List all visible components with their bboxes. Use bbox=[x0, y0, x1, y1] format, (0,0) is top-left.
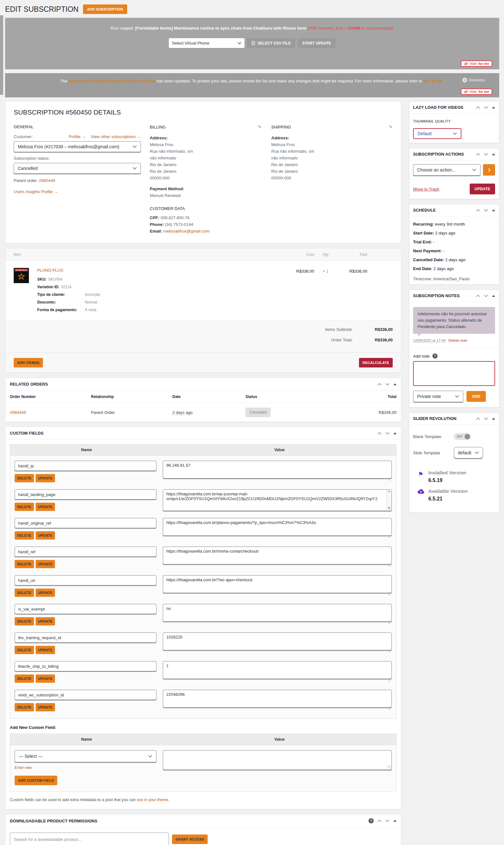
dismiss-button[interactable]: Dismiss bbox=[462, 77, 485, 83]
approved-directories-link[interactable]: Approved Product Download Directories li… bbox=[69, 78, 156, 83]
collapse-toggle-icon[interactable] bbox=[393, 820, 397, 822]
add-custom-field-button[interactable]: ADD CUSTOM FIELD bbox=[15, 776, 57, 785]
add-note-textarea[interactable] bbox=[413, 361, 495, 386]
hide-for-me-button[interactable]: Hidefor me bbox=[461, 60, 492, 67]
email-link[interactable]: melissabfros@gmail.com bbox=[163, 229, 210, 233]
add-subscription-button[interactable]: ADD SUBSCRIPTION bbox=[83, 4, 127, 14]
custom-field-value-textarea[interactable]: 1026225 bbox=[163, 633, 392, 650]
move-up-icon[interactable] bbox=[476, 209, 480, 212]
move-up-icon[interactable] bbox=[476, 106, 480, 109]
choose-action-select[interactable]: Choose an action... bbox=[413, 164, 481, 176]
collapse-toggle-icon[interactable] bbox=[492, 295, 495, 297]
note-type-select[interactable]: Private note bbox=[413, 391, 463, 402]
blank-template-toggle[interactable]: OFF bbox=[454, 433, 471, 440]
custom-field-name-input[interactable] bbox=[15, 575, 157, 585]
resize-handle[interactable] bbox=[388, 478, 391, 481]
virtual-phone-select[interactable]: Select Virtual Phone bbox=[169, 38, 245, 48]
scroll-up-icon[interactable] bbox=[388, 491, 391, 493]
recalculate-button[interactable]: RECALCULATE bbox=[359, 358, 393, 368]
custom-field-value-textarea[interactable]: 1 bbox=[163, 661, 392, 679]
customer-select[interactable]: Melissa Fros (#217039 – melissabfros@gma… bbox=[14, 141, 141, 152]
move-down-icon[interactable] bbox=[385, 820, 390, 822]
custom-field-name-input[interactable] bbox=[15, 518, 157, 528]
custom-field-name-input[interactable] bbox=[15, 661, 157, 671]
related-order-link[interactable]: #560449 bbox=[10, 410, 26, 415]
move-down-icon[interactable] bbox=[385, 432, 390, 435]
update-custom-field-button[interactable]: UPDATE bbox=[36, 646, 55, 654]
custom-field-name-input[interactable] bbox=[15, 690, 157, 700]
hide-for-me-button[interactable]: Hidefor me bbox=[461, 88, 492, 95]
delete-note-link[interactable]: Delete note bbox=[449, 338, 467, 342]
custom-field-name-input[interactable] bbox=[15, 633, 157, 642]
delete-custom-field-button[interactable]: DELETE bbox=[15, 560, 34, 568]
move-to-trash-link[interactable]: Move to Trash bbox=[413, 187, 439, 192]
delete-custom-field-button[interactable]: DELETE bbox=[15, 531, 34, 540]
add-items-button[interactable]: ADD ITEM(S) bbox=[14, 358, 43, 368]
custom-field-value-textarea[interactable]: 96.246.91.57 bbox=[163, 461, 392, 478]
move-down-icon[interactable] bbox=[484, 295, 488, 297]
move-up-icon[interactable] bbox=[377, 820, 382, 822]
custom-field-name-input[interactable] bbox=[15, 489, 157, 499]
move-up-icon[interactable] bbox=[476, 418, 480, 420]
collapse-toggle-icon[interactable] bbox=[492, 209, 495, 211]
update-button[interactable]: UPDATE bbox=[470, 183, 495, 194]
custom-field-value-textarea[interactable]: 22048266 bbox=[163, 690, 392, 707]
start-update-button[interactable]: START UPDATE bbox=[298, 38, 336, 48]
custom-field-name-input[interactable] bbox=[15, 604, 157, 614]
edit-shipping-pencil-icon[interactable] bbox=[389, 124, 393, 129]
custom-field-name-input[interactable] bbox=[15, 547, 157, 557]
collapse-toggle-icon[interactable] bbox=[492, 418, 495, 420]
resize-handle[interactable] bbox=[388, 678, 391, 681]
resize-handle[interactable] bbox=[388, 650, 391, 652]
custom-field-name-select[interactable]: — Select — bbox=[15, 750, 157, 762]
update-custom-field-button[interactable]: UPDATE bbox=[36, 703, 55, 711]
view-other-subscriptions-link[interactable]: View other subscriptions → bbox=[91, 134, 141, 139]
resize-handle[interactable] bbox=[388, 535, 391, 538]
collapse-toggle-icon[interactable] bbox=[393, 383, 397, 385]
enter-new-link[interactable]: Enter new bbox=[15, 765, 32, 770]
move-down-icon[interactable] bbox=[385, 383, 390, 386]
parent-order-link[interactable]: #560449 bbox=[39, 178, 55, 183]
subscription-status-select[interactable]: Cancelled bbox=[14, 163, 141, 174]
move-up-icon[interactable] bbox=[377, 383, 382, 386]
update-custom-field-button[interactable]: UPDATE bbox=[36, 474, 55, 482]
update-custom-field-button[interactable]: UPDATE bbox=[36, 560, 55, 568]
custom-field-name-input[interactable] bbox=[15, 461, 157, 471]
resize-handle[interactable] bbox=[388, 765, 391, 768]
resize-handle[interactable] bbox=[388, 707, 391, 710]
order-date[interactable]: 2 days ago bbox=[172, 410, 193, 415]
delete-custom-field-button[interactable]: DELETE bbox=[15, 617, 34, 626]
update-custom-field-button[interactable]: UPDATE bbox=[36, 588, 55, 597]
delete-custom-field-button[interactable]: DELETE bbox=[15, 474, 34, 482]
downloadable-product-search-input[interactable] bbox=[10, 832, 169, 845]
delete-custom-field-button[interactable]: DELETE bbox=[15, 703, 34, 711]
thumbnail-quality-select[interactable]: Default bbox=[413, 128, 462, 139]
update-custom-field-button[interactable]: UPDATE bbox=[36, 617, 55, 626]
custom-field-value-textarea[interactable]: https://thiagovarella.com.br/wp-json/wp-… bbox=[163, 489, 392, 511]
delete-custom-field-button[interactable]: DELETE bbox=[15, 588, 34, 597]
update-custom-field-button[interactable]: UPDATE bbox=[36, 531, 55, 540]
resize-handle[interactable] bbox=[388, 564, 391, 567]
question-circle-icon[interactable] bbox=[432, 353, 437, 358]
delete-custom-field-button[interactable]: DELETE bbox=[15, 674, 34, 683]
move-down-icon[interactable] bbox=[484, 418, 488, 420]
apply-action-button[interactable] bbox=[483, 164, 495, 176]
move-up-icon[interactable] bbox=[476, 153, 480, 156]
collapse-toggle-icon[interactable] bbox=[492, 107, 495, 108]
delete-custom-field-button[interactable]: DELETE bbox=[15, 503, 34, 511]
update-custom-field-button[interactable]: UPDATE bbox=[36, 503, 55, 511]
custom-field-value-textarea[interactable]: no bbox=[163, 604, 392, 622]
select-csv-file-button[interactable]: SELECT CSV FILE bbox=[247, 38, 295, 48]
move-down-icon[interactable] bbox=[484, 209, 488, 212]
custom-field-value-textarea[interactable]: https://thiagovarella.com.br/?wc-ajax=ch… bbox=[163, 575, 392, 593]
users-insights-profile-link[interactable]: Users Insights Profile → bbox=[14, 189, 58, 194]
product-name-link[interactable]: PLANO PLUS bbox=[37, 268, 63, 272]
update-custom-field-button[interactable]: UPDATE bbox=[36, 674, 55, 683]
move-up-icon[interactable] bbox=[377, 432, 382, 435]
edit-billing-pencil-icon[interactable] bbox=[258, 124, 262, 129]
move-down-icon[interactable] bbox=[484, 106, 488, 109]
collapse-toggle-icon[interactable] bbox=[393, 433, 397, 434]
collapse-toggle-icon[interactable] bbox=[492, 153, 495, 155]
move-down-icon[interactable] bbox=[484, 153, 488, 156]
slide-template-select[interactable]: default bbox=[454, 447, 483, 458]
